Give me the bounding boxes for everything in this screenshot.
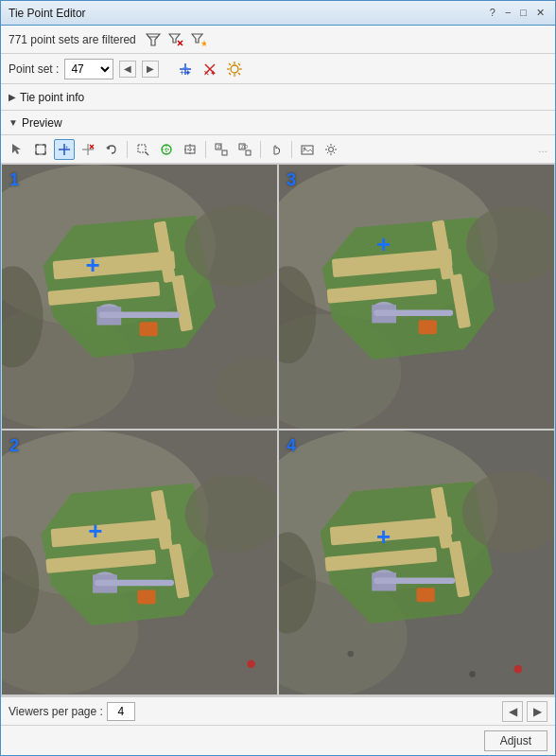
preview-section-header[interactable]: ▼ Preview (1, 111, 555, 135)
adjust-button[interactable]: Adjust (484, 730, 547, 751)
svg-rect-50 (222, 150, 227, 155)
sep4 (291, 141, 292, 158)
svg-rect-23 (36, 145, 45, 154)
viewers-input[interactable] (107, 702, 135, 721)
maximize-button[interactable]: □ (517, 7, 530, 19)
image-cell-4[interactable]: 4 (278, 430, 555, 695)
svg-rect-68 (140, 322, 158, 336)
svg-point-14 (231, 65, 238, 73)
svg-text:★: ★ (200, 39, 206, 47)
crosshair-4 (373, 525, 395, 548)
crosshair-1 (81, 254, 104, 276)
svg-line-22 (229, 73, 231, 75)
undo-icon[interactable] (101, 139, 122, 160)
sep1 (127, 141, 128, 158)
aerial-image-4 (279, 431, 554, 694)
crosshair-3 (373, 233, 395, 255)
aerial-image-3 (279, 165, 554, 429)
minimize-button[interactable]: − (502, 7, 513, 19)
viewers-label: Viewers per page : (9, 705, 103, 718)
svg-point-117 (469, 671, 475, 677)
svg-point-116 (348, 651, 354, 657)
aerial-image-1 (2, 165, 277, 429)
svg-text:ZO: ZO (241, 144, 248, 149)
image-number-3: 3 (287, 170, 296, 190)
svg-line-21 (238, 63, 240, 65)
pointset-label: Point set : (9, 62, 59, 76)
help-button[interactable]: ? (487, 7, 498, 19)
sep3 (260, 141, 261, 158)
cursor-tool-icon[interactable] (7, 139, 27, 160)
brightness-icon[interactable] (225, 60, 244, 79)
del-cross-icon[interactable] (78, 139, 98, 160)
tiepoint-info-label: Tie point info (20, 91, 84, 104)
image-number-4: 4 (287, 436, 296, 456)
add-cross-icon[interactable]: + (54, 139, 75, 160)
preview-label: Preview (22, 116, 62, 130)
svg-point-56 (329, 147, 334, 151)
filter-toolbar: 771 point sets are filtered (1, 26, 555, 54)
filter-clear-icon[interactable] (166, 30, 185, 49)
svg-point-100 (247, 660, 255, 669)
title-bar: Tie Point Editor ? − □ ✕ (1, 1, 555, 26)
hand-tool-icon[interactable] (266, 139, 287, 160)
preview-toolbar-more: … (538, 144, 549, 154)
filter-star-icon[interactable]: ★ (189, 30, 208, 49)
next-page-button[interactable]: ▶ (527, 701, 547, 722)
close-button[interactable]: ✕ (533, 7, 547, 19)
sep2 (205, 141, 206, 158)
bottom-navigation: ◀ ▶ (502, 701, 547, 722)
preview-arrow: ▼ (9, 117, 18, 128)
prev-pointset-button[interactable]: ◀ (119, 61, 136, 78)
pointset-row: Point set : 47 ◀ ▶ +✦ ✕✦ (1, 54, 555, 84)
pointset-select[interactable]: 47 (64, 59, 113, 79)
crosshair-2 (84, 519, 107, 542)
svg-rect-53 (246, 150, 251, 155)
zoom-in-icon[interactable]: ZI (211, 139, 232, 160)
main-window: Tie Point Editor ? − □ ✕ 771 point sets … (0, 0, 556, 756)
aerial-image-2 (2, 431, 277, 694)
svg-rect-83 (419, 320, 437, 334)
filter-icon[interactable] (144, 30, 163, 49)
image-cell-2[interactable]: 2 (1, 430, 278, 695)
next-pointset-button[interactable]: ▶ (142, 61, 159, 78)
svg-rect-67 (99, 312, 181, 318)
svg-rect-40 (138, 145, 146, 152)
image-number-2: 2 (9, 436, 19, 456)
images-grid: 1 (1, 164, 555, 696)
svg-text:✕✦: ✕✦ (203, 69, 217, 78)
prev-page-button[interactable]: ◀ (502, 701, 523, 722)
preview-toolbar: + (1, 135, 555, 164)
svg-rect-111 (374, 578, 455, 584)
svg-rect-97 (137, 589, 155, 604)
fit-icon[interactable] (180, 139, 200, 160)
svg-line-20 (238, 73, 240, 75)
viewers-per-page: Viewers per page : (9, 702, 139, 721)
svg-text:ZI: ZI (217, 144, 221, 149)
tiepoint-info-arrow: ▶ (9, 92, 16, 102)
zoom-out-icon[interactable]: ZO (235, 139, 255, 160)
svg-rect-96 (95, 580, 174, 586)
image-number-1: 1 (9, 170, 19, 190)
svg-text:+: + (65, 144, 69, 149)
image-tool-icon[interactable] (297, 139, 318, 160)
del-tiepoint-icon[interactable]: ✕✦ (200, 60, 219, 79)
svg-point-115 (514, 665, 523, 674)
circle-tool-icon[interactable] (156, 139, 177, 160)
svg-rect-112 (417, 588, 435, 602)
settings-icon[interactable] (321, 139, 341, 160)
bottom-bar: Viewers per page : ◀ ▶ (1, 696, 555, 725)
zoom-region-icon[interactable] (132, 139, 153, 160)
action-bar: Adjust (1, 725, 555, 755)
svg-line-41 (146, 152, 148, 155)
svg-marker-0 (147, 34, 160, 45)
svg-text:+✦: +✦ (180, 68, 192, 78)
add-tiepoint-icon[interactable]: +✦ (176, 60, 195, 79)
svg-line-19 (229, 63, 231, 65)
tiepoint-info-section[interactable]: ▶ Tie point info (1, 84, 555, 111)
svg-rect-82 (374, 309, 453, 315)
image-cell-1[interactable]: 1 (1, 164, 278, 430)
filter-text: 771 point sets are filtered (9, 33, 136, 46)
image-cell-3[interactable]: 3 (278, 164, 555, 430)
fit-zoom-icon[interactable] (30, 139, 51, 160)
